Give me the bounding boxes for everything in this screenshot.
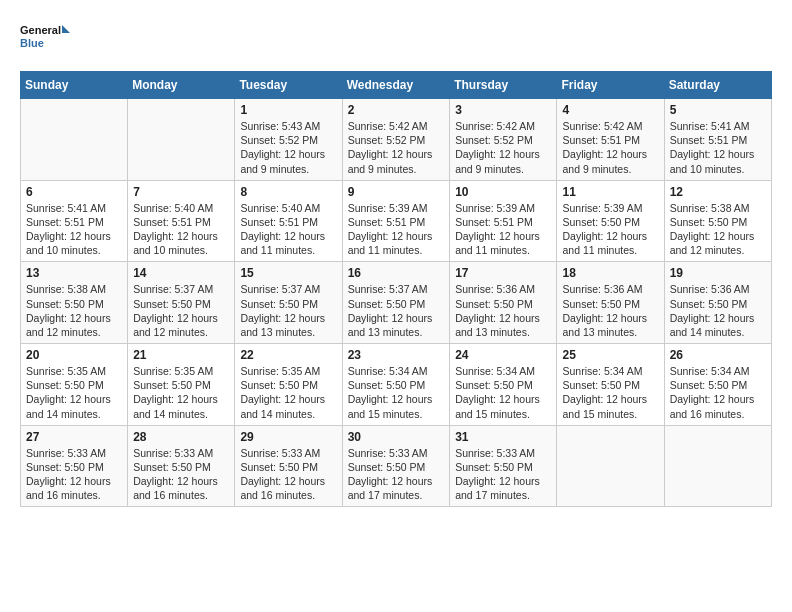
column-header-tuesday: Tuesday <box>235 72 342 99</box>
day-number: 25 <box>562 348 658 362</box>
day-info: Sunrise: 5:40 AM Sunset: 5:51 PM Dayligh… <box>133 201 229 258</box>
day-info: Sunrise: 5:40 AM Sunset: 5:51 PM Dayligh… <box>240 201 336 258</box>
day-number: 2 <box>348 103 445 117</box>
calendar-cell: 2Sunrise: 5:42 AM Sunset: 5:52 PM Daylig… <box>342 99 450 181</box>
calendar-week-row: 27Sunrise: 5:33 AM Sunset: 5:50 PM Dayli… <box>21 425 772 507</box>
column-header-saturday: Saturday <box>664 72 771 99</box>
day-info: Sunrise: 5:42 AM Sunset: 5:52 PM Dayligh… <box>455 119 551 176</box>
day-number: 5 <box>670 103 766 117</box>
day-info: Sunrise: 5:39 AM Sunset: 5:50 PM Dayligh… <box>562 201 658 258</box>
day-info: Sunrise: 5:42 AM Sunset: 5:51 PM Dayligh… <box>562 119 658 176</box>
day-info: Sunrise: 5:34 AM Sunset: 5:50 PM Dayligh… <box>670 364 766 421</box>
calendar-cell: 21Sunrise: 5:35 AM Sunset: 5:50 PM Dayli… <box>128 344 235 426</box>
calendar-cell: 3Sunrise: 5:42 AM Sunset: 5:52 PM Daylig… <box>450 99 557 181</box>
day-number: 9 <box>348 185 445 199</box>
page-header: General Blue <box>20 20 772 55</box>
day-number: 18 <box>562 266 658 280</box>
day-info: Sunrise: 5:33 AM Sunset: 5:50 PM Dayligh… <box>348 446 445 503</box>
column-header-monday: Monday <box>128 72 235 99</box>
day-number: 31 <box>455 430 551 444</box>
day-info: Sunrise: 5:41 AM Sunset: 5:51 PM Dayligh… <box>26 201 122 258</box>
calendar-cell: 7Sunrise: 5:40 AM Sunset: 5:51 PM Daylig… <box>128 180 235 262</box>
calendar-cell: 1Sunrise: 5:43 AM Sunset: 5:52 PM Daylig… <box>235 99 342 181</box>
day-number: 10 <box>455 185 551 199</box>
day-info: Sunrise: 5:33 AM Sunset: 5:50 PM Dayligh… <box>240 446 336 503</box>
day-number: 19 <box>670 266 766 280</box>
day-number: 4 <box>562 103 658 117</box>
calendar-cell: 19Sunrise: 5:36 AM Sunset: 5:50 PM Dayli… <box>664 262 771 344</box>
svg-marker-2 <box>62 25 70 33</box>
column-header-wednesday: Wednesday <box>342 72 450 99</box>
day-info: Sunrise: 5:33 AM Sunset: 5:50 PM Dayligh… <box>455 446 551 503</box>
day-info: Sunrise: 5:41 AM Sunset: 5:51 PM Dayligh… <box>670 119 766 176</box>
day-info: Sunrise: 5:35 AM Sunset: 5:50 PM Dayligh… <box>133 364 229 421</box>
day-number: 7 <box>133 185 229 199</box>
day-number: 24 <box>455 348 551 362</box>
day-number: 16 <box>348 266 445 280</box>
day-number: 17 <box>455 266 551 280</box>
calendar-cell: 25Sunrise: 5:34 AM Sunset: 5:50 PM Dayli… <box>557 344 664 426</box>
column-header-friday: Friday <box>557 72 664 99</box>
calendar-cell: 9Sunrise: 5:39 AM Sunset: 5:51 PM Daylig… <box>342 180 450 262</box>
column-header-sunday: Sunday <box>21 72 128 99</box>
day-info: Sunrise: 5:36 AM Sunset: 5:50 PM Dayligh… <box>562 282 658 339</box>
calendar-cell: 11Sunrise: 5:39 AM Sunset: 5:50 PM Dayli… <box>557 180 664 262</box>
logo-svg: General Blue <box>20 20 70 55</box>
svg-text:Blue: Blue <box>20 37 44 49</box>
calendar-cell: 12Sunrise: 5:38 AM Sunset: 5:50 PM Dayli… <box>664 180 771 262</box>
day-info: Sunrise: 5:34 AM Sunset: 5:50 PM Dayligh… <box>348 364 445 421</box>
calendar-week-row: 20Sunrise: 5:35 AM Sunset: 5:50 PM Dayli… <box>21 344 772 426</box>
calendar-cell: 6Sunrise: 5:41 AM Sunset: 5:51 PM Daylig… <box>21 180 128 262</box>
day-number: 1 <box>240 103 336 117</box>
day-number: 20 <box>26 348 122 362</box>
day-number: 21 <box>133 348 229 362</box>
day-info: Sunrise: 5:38 AM Sunset: 5:50 PM Dayligh… <box>670 201 766 258</box>
day-info: Sunrise: 5:35 AM Sunset: 5:50 PM Dayligh… <box>240 364 336 421</box>
day-number: 22 <box>240 348 336 362</box>
calendar-week-row: 13Sunrise: 5:38 AM Sunset: 5:50 PM Dayli… <box>21 262 772 344</box>
calendar-cell: 22Sunrise: 5:35 AM Sunset: 5:50 PM Dayli… <box>235 344 342 426</box>
day-number: 29 <box>240 430 336 444</box>
day-number: 30 <box>348 430 445 444</box>
calendar-cell: 29Sunrise: 5:33 AM Sunset: 5:50 PM Dayli… <box>235 425 342 507</box>
calendar-cell: 26Sunrise: 5:34 AM Sunset: 5:50 PM Dayli… <box>664 344 771 426</box>
calendar-header-row: SundayMondayTuesdayWednesdayThursdayFrid… <box>21 72 772 99</box>
day-number: 11 <box>562 185 658 199</box>
calendar-cell <box>21 99 128 181</box>
day-info: Sunrise: 5:39 AM Sunset: 5:51 PM Dayligh… <box>455 201 551 258</box>
calendar-cell: 17Sunrise: 5:36 AM Sunset: 5:50 PM Dayli… <box>450 262 557 344</box>
calendar-cell: 31Sunrise: 5:33 AM Sunset: 5:50 PM Dayli… <box>450 425 557 507</box>
svg-text:General: General <box>20 24 61 36</box>
calendar-week-row: 1Sunrise: 5:43 AM Sunset: 5:52 PM Daylig… <box>21 99 772 181</box>
calendar-cell: 30Sunrise: 5:33 AM Sunset: 5:50 PM Dayli… <box>342 425 450 507</box>
column-header-thursday: Thursday <box>450 72 557 99</box>
day-info: Sunrise: 5:37 AM Sunset: 5:50 PM Dayligh… <box>348 282 445 339</box>
day-info: Sunrise: 5:43 AM Sunset: 5:52 PM Dayligh… <box>240 119 336 176</box>
day-info: Sunrise: 5:34 AM Sunset: 5:50 PM Dayligh… <box>455 364 551 421</box>
calendar-cell: 13Sunrise: 5:38 AM Sunset: 5:50 PM Dayli… <box>21 262 128 344</box>
calendar-cell: 20Sunrise: 5:35 AM Sunset: 5:50 PM Dayli… <box>21 344 128 426</box>
day-info: Sunrise: 5:36 AM Sunset: 5:50 PM Dayligh… <box>670 282 766 339</box>
day-info: Sunrise: 5:37 AM Sunset: 5:50 PM Dayligh… <box>133 282 229 339</box>
calendar-cell: 5Sunrise: 5:41 AM Sunset: 5:51 PM Daylig… <box>664 99 771 181</box>
day-number: 14 <box>133 266 229 280</box>
day-number: 6 <box>26 185 122 199</box>
calendar-cell: 18Sunrise: 5:36 AM Sunset: 5:50 PM Dayli… <box>557 262 664 344</box>
day-info: Sunrise: 5:37 AM Sunset: 5:50 PM Dayligh… <box>240 282 336 339</box>
day-info: Sunrise: 5:33 AM Sunset: 5:50 PM Dayligh… <box>133 446 229 503</box>
calendar-cell <box>128 99 235 181</box>
day-number: 28 <box>133 430 229 444</box>
calendar-cell: 16Sunrise: 5:37 AM Sunset: 5:50 PM Dayli… <box>342 262 450 344</box>
logo: General Blue <box>20 20 70 55</box>
calendar-cell: 8Sunrise: 5:40 AM Sunset: 5:51 PM Daylig… <box>235 180 342 262</box>
calendar-cell: 28Sunrise: 5:33 AM Sunset: 5:50 PM Dayli… <box>128 425 235 507</box>
day-info: Sunrise: 5:39 AM Sunset: 5:51 PM Dayligh… <box>348 201 445 258</box>
calendar-cell: 24Sunrise: 5:34 AM Sunset: 5:50 PM Dayli… <box>450 344 557 426</box>
day-number: 3 <box>455 103 551 117</box>
calendar-week-row: 6Sunrise: 5:41 AM Sunset: 5:51 PM Daylig… <box>21 180 772 262</box>
calendar-table: SundayMondayTuesdayWednesdayThursdayFrid… <box>20 71 772 507</box>
day-number: 12 <box>670 185 766 199</box>
day-info: Sunrise: 5:38 AM Sunset: 5:50 PM Dayligh… <box>26 282 122 339</box>
calendar-cell: 14Sunrise: 5:37 AM Sunset: 5:50 PM Dayli… <box>128 262 235 344</box>
calendar-cell <box>664 425 771 507</box>
